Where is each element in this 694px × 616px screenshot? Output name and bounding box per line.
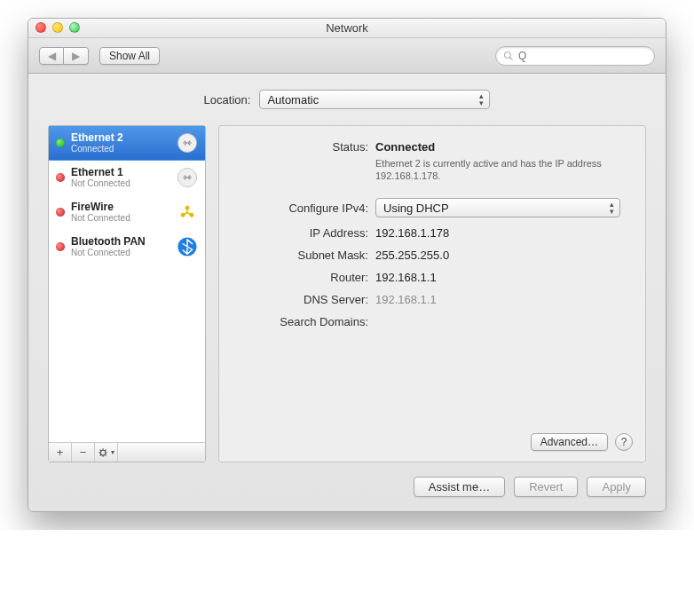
location-select[interactable]: Automatic ▴▾ — [259, 90, 490, 109]
status-label: Status: — [226, 140, 375, 154]
svg-line-1 — [510, 57, 513, 59]
toolbar: ◀ ▶ Show All — [28, 38, 666, 74]
service-bluetooth-pan[interactable]: Bluetooth PANNot Connected — [49, 230, 205, 265]
revert-button[interactable]: Revert — [514, 477, 578, 497]
minimize-icon[interactable] — [52, 22, 63, 33]
configure-value: Using DHCP — [383, 201, 449, 215]
svg-point-4 — [185, 206, 190, 210]
service-firewire[interactable]: FireWireNot Connected — [49, 195, 205, 230]
router-label: Router: — [226, 271, 375, 284]
svg-line-19 — [105, 449, 106, 450]
show-all-button[interactable]: Show All — [99, 47, 160, 65]
preferences-window: Network ◀ ▶ Show All Location: Automatic… — [28, 18, 666, 512]
subnet-mask-label: Subnet Mask: — [226, 249, 375, 262]
search-field[interactable] — [495, 46, 655, 66]
action-row: Assist me… Revert Apply — [28, 477, 666, 511]
configure-label: Configure IPv4: — [226, 201, 375, 215]
forward-button[interactable]: ▶ — [64, 47, 89, 65]
apply-button[interactable]: Apply — [587, 477, 646, 497]
search-domains-label: Search Domains: — [226, 315, 375, 328]
chevron-updown-icon: ▴▾ — [610, 201, 614, 215]
advanced-button[interactable]: Advanced… — [531, 433, 608, 451]
configure-ipv4-select[interactable]: Using DHCP ▴▾ — [375, 198, 620, 217]
remove-service-button[interactable]: − — [72, 443, 95, 462]
service-name: Ethernet 1 — [71, 167, 169, 178]
ethernet-icon — [175, 130, 200, 155]
dns-value: 192.168.1.1 — [375, 293, 631, 306]
subnet-mask-value: 255.255.255.0 — [375, 249, 631, 262]
svg-line-9 — [187, 213, 191, 215]
zoom-icon[interactable] — [69, 22, 80, 33]
status-dot-icon — [56, 208, 65, 217]
status-dot-icon — [56, 242, 65, 251]
services-list: Ethernet 2ConnectedEthernet 1Not Connect… — [49, 126, 205, 442]
bluetooth-icon — [175, 234, 200, 259]
gear-icon — [98, 446, 110, 459]
sidebar-footer: + − ▾ — [49, 442, 205, 462]
search-input[interactable] — [517, 49, 647, 63]
service-status: Not Connected — [71, 178, 169, 189]
svg-line-8 — [184, 213, 187, 215]
svg-point-11 — [100, 450, 106, 455]
search-icon — [503, 51, 514, 61]
services-sidebar: Ethernet 2ConnectedEthernet 1Not Connect… — [48, 125, 206, 462]
service-name: Ethernet 2 — [71, 132, 169, 144]
router-value: 192.168.1.1 — [375, 271, 631, 284]
svg-point-3 — [177, 168, 196, 186]
ethernet-icon — [175, 165, 200, 190]
chevron-updown-icon: ▴▾ — [479, 92, 484, 107]
detail-panel: Status: Connected Ethernet 2 is currentl… — [218, 125, 646, 462]
titlebar: Network — [28, 19, 666, 38]
svg-line-16 — [100, 449, 101, 450]
window-title: Network — [326, 21, 368, 35]
location-row: Location: Automatic ▴▾ — [48, 90, 646, 109]
service-status: Not Connected — [71, 213, 169, 224]
close-icon[interactable] — [35, 22, 46, 33]
svg-line-17 — [105, 454, 106, 455]
back-button[interactable]: ◀ — [39, 47, 64, 65]
service-ethernet-2[interactable]: Ethernet 2Connected — [49, 126, 205, 161]
service-status: Connected — [71, 144, 169, 154]
svg-line-18 — [100, 454, 101, 455]
ip-address-label: IP Address: — [226, 226, 375, 240]
location-value: Automatic — [267, 93, 319, 107]
add-service-button[interactable]: + — [49, 443, 72, 462]
service-ethernet-1[interactable]: Ethernet 1Not Connected — [49, 161, 205, 195]
status-dot-icon — [56, 138, 65, 147]
dns-label: DNS Server: — [226, 293, 375, 306]
search-domains-value — [375, 315, 631, 328]
status-dot-icon — [56, 173, 65, 182]
firewire-icon — [175, 200, 200, 225]
window-controls — [35, 22, 80, 33]
location-label: Location: — [204, 93, 251, 107]
svg-point-2 — [177, 133, 196, 152]
service-actions-button[interactable]: ▾ — [95, 443, 118, 462]
nav-buttons: ◀ ▶ — [39, 47, 89, 65]
help-button[interactable]: ? — [615, 433, 633, 451]
status-note: Ethernet 2 is currently active and has t… — [375, 157, 606, 182]
service-name: FireWire — [71, 201, 169, 213]
service-status: Not Connected — [71, 248, 169, 258]
status-value: Connected — [375, 140, 631, 154]
ip-address-value: 192.168.1.178 — [375, 226, 631, 240]
service-name: Bluetooth PAN — [71, 236, 169, 248]
svg-point-0 — [505, 51, 511, 58]
assist-me-button[interactable]: Assist me… — [414, 477, 505, 497]
